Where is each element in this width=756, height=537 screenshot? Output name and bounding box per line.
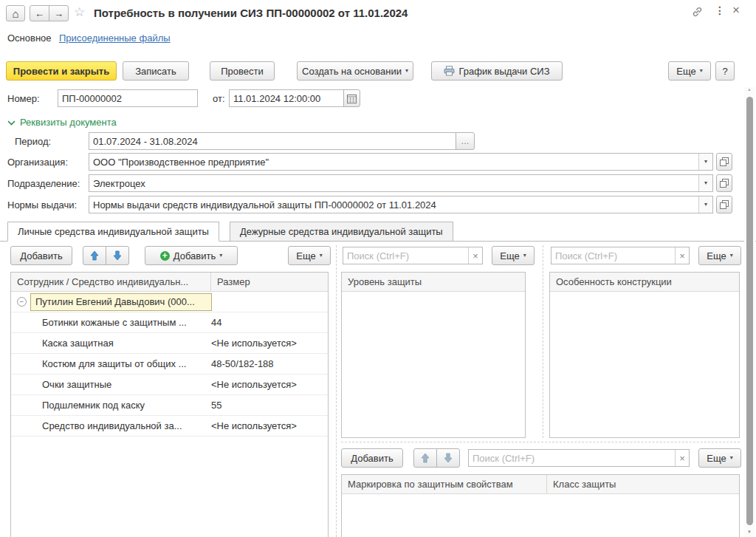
column-header-protection-class[interactable]: Класс защиты	[547, 475, 739, 493]
more-label: Еще	[676, 66, 695, 77]
dropdown-caret-icon: ▾	[730, 253, 733, 259]
printer-icon	[444, 66, 455, 76]
protection-search-input[interactable]	[343, 247, 468, 264]
protection-more-button[interactable]: Еще ▾	[492, 246, 535, 265]
protection-search-wrap: ×	[343, 247, 483, 264]
forward-button[interactable]: →	[49, 5, 69, 21]
department-input[interactable]	[89, 175, 698, 191]
nav-item-attached-files[interactable]: Присоединенные файлы	[59, 33, 171, 44]
ppe-name-cell: Костюм для защиты от общих ...	[42, 358, 206, 369]
table-row[interactable]: Костюм для защиты от общих ... 48-50/182…	[11, 354, 328, 374]
add-label: Добавить	[351, 453, 393, 464]
section-collapse-chevron-icon[interactable]	[7, 120, 16, 126]
table-row[interactable]: Очки защитные <Не используется>	[11, 374, 328, 395]
marking-more-button[interactable]: Еще ▾	[698, 448, 741, 468]
more-label: Еще	[707, 453, 726, 464]
column-header-protection-level[interactable]: Уровень защиты	[342, 273, 525, 291]
department-combo: ▾	[89, 174, 713, 192]
design-more-button[interactable]: Еще ▾	[698, 246, 741, 265]
favorite-star-icon[interactable]: ☆	[74, 4, 85, 20]
get-link-icon[interactable]	[691, 6, 704, 18]
employee-move-up-button[interactable]	[83, 246, 106, 265]
size-cell: 48-50/182-188	[211, 358, 328, 369]
nav-item-main[interactable]: Основное	[7, 33, 52, 44]
column-header-employee[interactable]: Сотрудник / Средство индивидуальн...	[11, 273, 211, 291]
ppe-name-cell: Ботинки кожаные с защитным ...	[42, 317, 206, 328]
vertical-splitter[interactable]	[336, 245, 337, 537]
document-window: ⌂ ← → ☆ Потребность в получении СИЗ ПП-0…	[0, 0, 756, 537]
table-row[interactable]: Ботинки кожаные с защитным ... 44	[11, 312, 328, 333]
marking-search-input[interactable]	[469, 450, 675, 466]
vertical-scrollbar[interactable]: ▲ ▼	[744, 87, 755, 537]
date-input[interactable]	[230, 90, 343, 106]
employee-table-header: Сотрудник / Средство индивидуальн... Раз…	[11, 273, 328, 292]
table-row-group[interactable]: − Путилин Евгений Давыдович (000...	[11, 292, 328, 312]
post-and-close-button[interactable]: Провести и закрыть	[6, 61, 117, 81]
more-label: Еще	[296, 250, 315, 261]
scroll-down-icon[interactable]: ▼	[747, 530, 752, 534]
open-in-form-icon	[720, 157, 729, 166]
employee-add-menu-button[interactable]: + Добавить ▾	[145, 246, 238, 265]
marking-search-wrap: ×	[468, 449, 690, 467]
period-picker-button[interactable]: ...	[456, 132, 475, 150]
department-label: Подразделение:	[7, 178, 80, 189]
write-button[interactable]: Записать	[123, 61, 189, 81]
column-header-design-feature[interactable]: Особенность конструкции	[550, 273, 739, 291]
home-icon: ⌂	[12, 7, 18, 20]
tab-personal-ppe[interactable]: Личные средства индивидуальной защиты	[7, 222, 219, 242]
scroll-up-icon[interactable]: ▲	[747, 87, 752, 92]
add-label: Добавить	[20, 250, 62, 261]
organization-dropdown-button[interactable]: ▾	[698, 154, 712, 170]
column-header-size[interactable]: Размер	[211, 273, 328, 291]
open-in-form-icon	[720, 200, 729, 209]
table-row[interactable]: Каска защитная <Не используется>	[11, 333, 328, 354]
close-window-icon[interactable]: ×	[732, 3, 740, 18]
marking-move-up-button[interactable]	[413, 448, 437, 468]
design-search-clear-button[interactable]: ×	[675, 247, 689, 264]
scrollbar-thumb[interactable]	[746, 97, 753, 525]
column-header-marking[interactable]: Маркировка по защитным свойствам	[342, 475, 547, 493]
group-employee-cell[interactable]: Путилин Евгений Давыдович (000...	[30, 293, 212, 311]
number-input[interactable]	[58, 90, 197, 106]
norms-open-button[interactable]	[716, 196, 732, 213]
home-button[interactable]: ⌂	[6, 5, 25, 21]
issue-schedule-label: График выдачи СИЗ	[458, 66, 549, 77]
back-button[interactable]: ←	[30, 5, 49, 21]
department-dropdown-button[interactable]: ▾	[698, 175, 712, 191]
post-label: Провести	[221, 66, 264, 77]
employee-more-button[interactable]: Еще ▾	[288, 246, 331, 265]
organization-label: Организация:	[7, 157, 68, 168]
collapse-node-icon[interactable]: −	[17, 297, 27, 307]
employee-add-button[interactable]: Добавить	[10, 246, 72, 265]
norms-input[interactable]	[89, 196, 698, 213]
design-search-input[interactable]	[551, 247, 675, 264]
date-picker-button[interactable]	[343, 89, 360, 107]
norms-label: Нормы выдачи:	[7, 199, 77, 211]
marking-search-clear-button[interactable]: ×	[675, 450, 689, 466]
help-button[interactable]: ?	[715, 61, 735, 81]
size-cell: <Не используется>	[211, 420, 328, 431]
horizontal-splitter[interactable]	[341, 442, 740, 442]
protection-search-clear-button[interactable]: ×	[468, 247, 482, 264]
more-menu-kebab-icon[interactable]: ⋮	[715, 4, 725, 16]
marking-add-button[interactable]: Добавить	[341, 448, 403, 468]
vertical-splitter[interactable]	[543, 245, 543, 438]
organization-open-button[interactable]	[716, 153, 732, 171]
post-button[interactable]: Провести	[210, 61, 275, 81]
marking-move-down-button[interactable]	[436, 448, 460, 468]
design-feature-table: Особенность конструкции	[549, 272, 740, 438]
create-on-basis-button[interactable]: Создать на основании ▾	[297, 61, 413, 81]
section-title[interactable]: Реквизиты документа	[20, 117, 117, 128]
dropdown-caret-icon: ▾	[730, 455, 733, 461]
period-input[interactable]	[89, 133, 456, 149]
department-open-button[interactable]	[716, 174, 732, 192]
organization-input[interactable]	[89, 154, 698, 170]
tab-duty-ppe[interactable]: Дежурные средства индивидуальной защиты	[230, 222, 453, 242]
employee-move-down-button[interactable]	[106, 246, 129, 265]
table-row[interactable]: Средство индивидуальной за... <Не исполь…	[11, 416, 328, 437]
form-more-button[interactable]: Еще ▾	[668, 61, 711, 81]
issue-schedule-button[interactable]: График выдачи СИЗ	[431, 61, 563, 81]
table-row[interactable]: Подшлемник под каску 55	[11, 395, 328, 416]
chevron-down-icon: ▾	[704, 159, 707, 165]
norms-dropdown-button[interactable]: ▾	[698, 196, 712, 213]
